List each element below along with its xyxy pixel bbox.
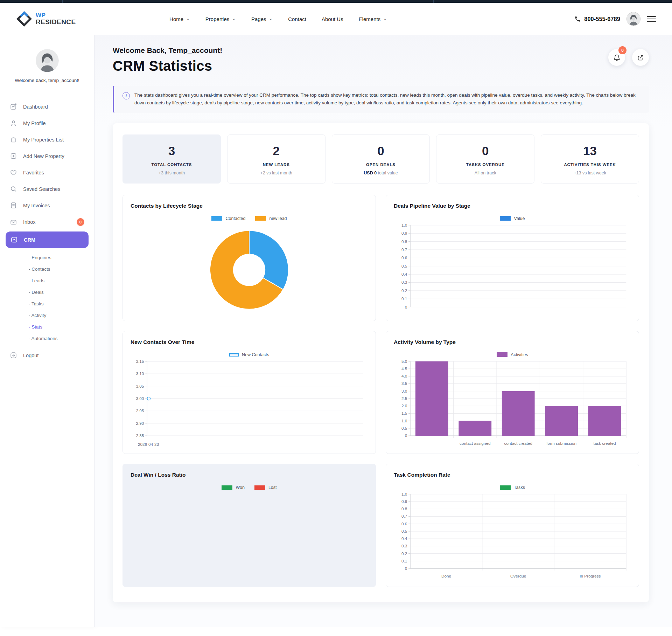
dashboard-sidebar: Welcome back, temp_account! DashboardMy …	[0, 35, 94, 627]
svg-text:3.05: 3.05	[136, 383, 144, 388]
nav-item-home[interactable]: Home⌄	[169, 16, 190, 22]
page-title: CRM Statistics	[113, 58, 222, 74]
sidebar-item-my-profile[interactable]: My Profile	[0, 115, 94, 131]
legend-item-tasks[interactable]: Tasks	[500, 485, 525, 490]
sidebar-item-label: Add New Property	[23, 153, 64, 159]
sidebar-item-add-new-property[interactable]: Add New Property	[0, 148, 94, 164]
sidebar-item-label: Inbox	[23, 219, 35, 225]
stat-value: 0	[336, 144, 426, 158]
sidebar-item-saved-searches[interactable]: Saved Searches	[0, 181, 94, 197]
plus-square-icon	[10, 152, 17, 160]
sidebar-menu: DashboardMy ProfileMy Properties ListAdd…	[0, 98, 94, 364]
nav-item-pages[interactable]: Pages⌄	[251, 16, 273, 22]
notifications-button[interactable]: 0	[608, 49, 625, 66]
stat-label: ACTIVITIES THIS WEEK	[545, 163, 635, 167]
legend-item-activities[interactable]: Activities	[497, 352, 528, 357]
legend-label: Activities	[511, 352, 528, 357]
svg-text:1.0: 1.0	[401, 222, 407, 227]
chevron-down-icon: ⌄	[232, 16, 236, 21]
legend-item-lost[interactable]: Lost	[254, 485, 277, 490]
crm-submenu-item-deals[interactable]: - Deals	[29, 286, 94, 298]
open-external-button[interactable]	[632, 49, 649, 66]
svg-text:0.3: 0.3	[401, 544, 407, 548]
info-text: The stats dashboard gives you a real-tim…	[134, 91, 640, 107]
legend-item-value[interactable]: Value	[500, 216, 525, 221]
nav-item-elements[interactable]: Elements⌄	[359, 16, 387, 22]
crm-icon	[10, 236, 18, 243]
chart-legend: Activities	[394, 352, 631, 357]
info-icon: i	[122, 92, 130, 99]
legend-item-new-lead[interactable]: new lead	[255, 216, 287, 221]
hamburger-menu-icon[interactable]	[647, 16, 656, 22]
stats-cards-row: 3TOTAL CONTACTS+3 this month2NEW LEADS+2…	[122, 134, 639, 184]
site-logo[interactable]: WP RESIDENCE	[16, 11, 76, 27]
sidebar-item-inbox[interactable]: Inbox0	[0, 214, 94, 230]
chart-legend: New Contacts	[131, 352, 368, 357]
sidebar-item-favorites[interactable]: Favorites	[0, 164, 94, 181]
sidebar-item-dashboard[interactable]: Dashboard	[0, 98, 94, 115]
nav-item-about-us[interactable]: About Us	[322, 16, 343, 22]
crm-submenu-item-contacts[interactable]: - Contacts	[29, 263, 94, 275]
crm-submenu-item-activity[interactable]: - Activity	[29, 310, 94, 321]
avatar[interactable]	[626, 12, 640, 26]
chart-panel-activity-volume-by-type: Activity Volume by TypeActivities5.04.54…	[386, 331, 639, 454]
sidebar-welcome-text: Welcome back, temp_account!	[4, 78, 90, 83]
phone-link[interactable]: 800-555-6789	[574, 16, 620, 22]
unread-count-badge: 0	[77, 218, 84, 226]
svg-text:0.1: 0.1	[401, 559, 407, 563]
nav-item-contact[interactable]: Contact	[288, 16, 306, 22]
stat-value: 0	[440, 144, 531, 158]
browser-top-strip	[0, 0, 672, 3]
svg-text:0.5: 0.5	[401, 529, 407, 533]
sidebar-item-crm[interactable]: CRM	[6, 231, 89, 248]
crm-submenu-item-automations[interactable]: - Automations	[29, 333, 94, 344]
svg-text:0.4: 0.4	[401, 272, 407, 276]
crm-submenu-item-leads[interactable]: - Leads	[29, 275, 94, 286]
logo-diamond-icon	[16, 11, 32, 27]
stat-subtext: +2 vs last month	[231, 171, 322, 175]
sidebar-item-label: Favorites	[23, 170, 44, 175]
bar-chart: 1.00.90.80.70.60.50.40.30.20.10	[394, 222, 631, 312]
home-icon	[10, 136, 17, 143]
svg-text:0.9: 0.9	[401, 499, 407, 504]
legend-swatch	[500, 216, 511, 221]
crm-submenu-item-tasks[interactable]: - Tasks	[29, 298, 94, 310]
svg-text:form submission: form submission	[546, 441, 576, 445]
chart-title: Deal Win / Loss Ratio	[131, 472, 368, 478]
stat-card-open-deals: 0OPEN DEALSUSD 0 total value	[332, 134, 430, 184]
head-actions: 0	[608, 49, 649, 66]
chart-title: New Contacts Over Time	[131, 339, 368, 345]
legend-label: new lead	[269, 216, 287, 221]
sidebar-item-my-invoices[interactable]: My Invoices	[0, 197, 94, 214]
stat-label: TASKS OVERDUE	[440, 163, 531, 167]
svg-text:contact assigned: contact assigned	[460, 441, 490, 445]
sidebar-item-label: My Properties List	[23, 137, 64, 143]
svg-text:5.0: 5.0	[401, 359, 407, 364]
welcome-heading: Welcome Back, Temp_account!	[113, 46, 222, 55]
legend-item-new-contacts[interactable]: New Contacts	[229, 352, 269, 357]
chevron-down-icon: ⌄	[186, 16, 190, 21]
sidebar-item-logout[interactable]: Logout	[0, 347, 94, 364]
sidebar-item-my-properties-list[interactable]: My Properties List	[0, 131, 94, 148]
svg-text:0.8: 0.8	[401, 506, 407, 511]
sidebar-item-label: Saved Searches	[23, 186, 60, 192]
chart-legend: Contactednew lead	[131, 216, 368, 221]
chart-legend: Tasks	[394, 485, 631, 490]
stat-subtext: All on track	[440, 171, 531, 175]
legend-item-contacted[interactable]: Contacted	[211, 216, 245, 221]
legend-item-won[interactable]: Won	[222, 485, 244, 490]
legend-swatch	[229, 353, 239, 357]
nav-item-label: Elements	[359, 16, 381, 22]
svg-text:0.6: 0.6	[401, 255, 407, 260]
crm-submenu-item-stats[interactable]: - Stats	[29, 321, 94, 333]
crm-submenu-item-enquiries[interactable]: - Enquiries	[29, 252, 94, 263]
svg-text:3.10: 3.10	[136, 371, 144, 376]
page-headings: Welcome Back, Temp_account! CRM Statisti…	[113, 46, 222, 74]
svg-text:1.0: 1.0	[401, 492, 407, 496]
chart-panel-task-completion-rate: Task Completion RateTasks1.00.90.80.70.6…	[386, 464, 639, 587]
svg-text:2026-04-23: 2026-04-23	[138, 442, 159, 446]
chevron-down-icon: ⌄	[269, 16, 273, 21]
phone-number: 800-555-6789	[584, 16, 620, 22]
legend-swatch	[222, 485, 232, 490]
nav-item-properties[interactable]: Properties⌄	[205, 16, 236, 22]
